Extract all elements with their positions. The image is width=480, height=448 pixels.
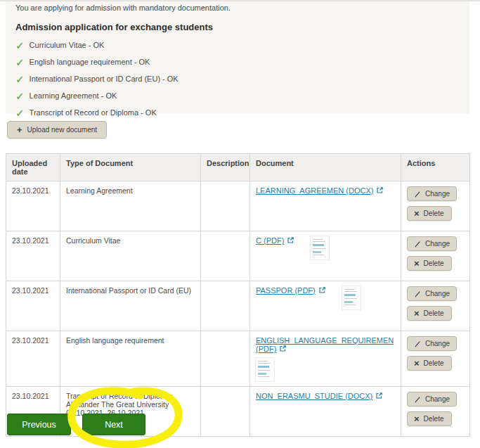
table-row: 23.10.2021 Learning Agreement LEARNING_A… (6, 181, 470, 231)
checklist-item-label: Transcript of Record or Diploma - OK (30, 108, 157, 117)
delete-button[interactable]: ×Delete (407, 356, 452, 371)
cell-document-type: Curriculum Vitae (60, 231, 201, 281)
cell-document: LEARNING_AGREEMEN (DOCX) (250, 181, 401, 231)
column-header: Uploaded date (6, 154, 60, 181)
pencil-icon (414, 241, 421, 248)
column-header: Type of Document (60, 154, 201, 181)
table-row: 23.10.2021 English language requirement … (6, 331, 470, 387)
delete-button[interactable]: ×Delete (407, 206, 452, 221)
document-link[interactable]: NON_ERASMU_STUDIE (DOCX) (256, 392, 383, 400)
column-header: Document (250, 154, 401, 181)
table-header: Uploaded dateType of DocumentDescription… (6, 154, 470, 181)
document-link-wrap: PASSPOR (PDF) (256, 286, 395, 309)
panel-heading: Admission application for exchange stude… (15, 22, 460, 32)
cell-description (201, 281, 250, 331)
cell-actions: Change ×Delete (401, 181, 470, 231)
external-link-icon (376, 186, 384, 194)
cell-document: ENGLISH_LANGUAGE_REQUIREMEN (PDF) (250, 331, 401, 387)
cell-description (201, 387, 250, 437)
document-link-label: C (PDF) (256, 236, 284, 245)
change-button-label: Change (425, 190, 450, 198)
column-header: Description (201, 154, 250, 181)
pencil-icon (414, 340, 421, 347)
checklist-item: ✓ Curriculum Vitae - OK (15, 41, 460, 49)
upload-button-label: Upload new document (27, 126, 98, 134)
pencil-icon (414, 191, 421, 198)
cell-uploaded-date: 23.10.2021 (6, 331, 60, 387)
document-link-label: LEARNING_AGREEMEN (DOCX) (256, 186, 373, 195)
table-row: 23.10.2021 Transcript of Record or Diplo… (6, 387, 470, 437)
document-link-label: ENGLISH_LANGUAGE_REQUIREMEN (PDF) (256, 336, 394, 353)
document-link[interactable]: LEARNING_AGREEMEN (DOCX) (256, 186, 384, 195)
x-icon: × (414, 360, 420, 367)
checkmark-icon: ✓ (15, 41, 25, 49)
cell-actions: Change ×Delete (401, 231, 470, 281)
change-button-label: Change (425, 340, 450, 347)
cell-document-type: Learning Agreement (60, 181, 201, 231)
checklist-item-label: English language requirement - OK (30, 58, 150, 66)
admission-status-panel: You are applying for admission with mand… (6, 1, 469, 114)
previous-button[interactable]: Previous (7, 414, 71, 435)
cell-uploaded-date: 23.10.2021 (6, 281, 60, 331)
change-button-label: Change (425, 290, 450, 297)
delete-button-label: Delete (424, 210, 444, 217)
external-link-icon (318, 286, 326, 294)
pencil-icon (414, 290, 421, 297)
delete-button-label: Delete (424, 359, 444, 367)
cell-actions: Change ×Delete (401, 387, 470, 437)
delete-button[interactable]: ×Delete (407, 411, 452, 426)
checkmark-icon: ✓ (15, 92, 25, 100)
cell-uploaded-date: 23.10.2021 (6, 181, 60, 231)
x-icon: × (414, 416, 420, 423)
document-link-wrap: LEARNING_AGREEMEN (DOCX) (256, 186, 395, 195)
change-button-label: Change (425, 395, 450, 403)
document-preview-thumbnail (342, 286, 361, 309)
checklist-item: ✓ English language requirement - OK (15, 58, 460, 66)
cell-actions: Change ×Delete (401, 281, 470, 331)
document-link[interactable]: ENGLISH_LANGUAGE_REQUIREMEN (PDF) (256, 336, 394, 353)
change-button[interactable]: Change (407, 286, 457, 301)
document-preview-thumbnail (311, 236, 329, 260)
document-link-wrap: C (PDF) (256, 236, 395, 260)
x-icon: × (414, 210, 420, 217)
checklist-item: ✓ Learning Agreement - OK (15, 91, 460, 100)
cell-description (201, 231, 250, 281)
change-button[interactable]: Change (407, 236, 457, 251)
document-link[interactable]: PASSPOR (PDF) (256, 286, 326, 295)
change-button-label: Change (425, 240, 450, 248)
cell-description (201, 181, 250, 231)
change-button[interactable]: Change (407, 392, 457, 407)
document-checklist: ✓ Curriculum Vitae - OK ✓ English langua… (15, 41, 460, 117)
delete-button[interactable]: ×Delete (407, 306, 452, 321)
delete-button-label: Delete (424, 415, 444, 423)
checklist-item: ✓ International Passport or ID Card (EU)… (15, 75, 460, 83)
cell-document-type: English language requirement (60, 331, 201, 387)
delete-button[interactable]: ×Delete (407, 256, 452, 271)
cell-document: PASSPOR (PDF) (250, 281, 401, 331)
document-link[interactable]: C (PDF) (256, 236, 294, 245)
checkmark-icon: ✓ (15, 75, 25, 83)
cell-description (201, 331, 250, 387)
plus-icon: + (17, 127, 22, 134)
change-button[interactable]: Change (407, 186, 457, 201)
table-body: 23.10.2021 Learning Agreement LEARNING_A… (6, 181, 470, 437)
cell-document: C (PDF) (250, 231, 401, 281)
change-button[interactable]: Change (407, 336, 457, 351)
upload-new-document-button[interactable]: + Upload new document (7, 121, 107, 139)
external-link-icon (287, 236, 294, 244)
pencil-icon (414, 396, 421, 403)
next-button[interactable]: Next (82, 414, 145, 435)
table-row: 23.10.2021 Curriculum Vitae C (PDF) Chan… (6, 231, 470, 281)
delete-button-label: Delete (424, 260, 444, 267)
cell-uploaded-date: 23.10.2021 (6, 231, 60, 281)
checklist-item-label: Learning Agreement - OK (30, 91, 117, 100)
document-link-label: PASSPOR (PDF) (256, 286, 316, 295)
cell-actions: Change ×Delete (401, 331, 470, 387)
mandatory-documentation-notice: You are applying for admission with mand… (15, 4, 460, 12)
table-row: 23.10.2021 International Passport or ID … (6, 281, 470, 331)
document-preview-thumbnail (256, 358, 274, 381)
checklist-item-label: Curriculum Vitae - OK (30, 41, 105, 49)
document-link-label: NON_ERASMU_STUDIE (DOCX) (256, 392, 372, 400)
x-icon: × (414, 260, 420, 267)
checklist-item-label: International Passport or ID Card (EU) -… (30, 75, 179, 83)
